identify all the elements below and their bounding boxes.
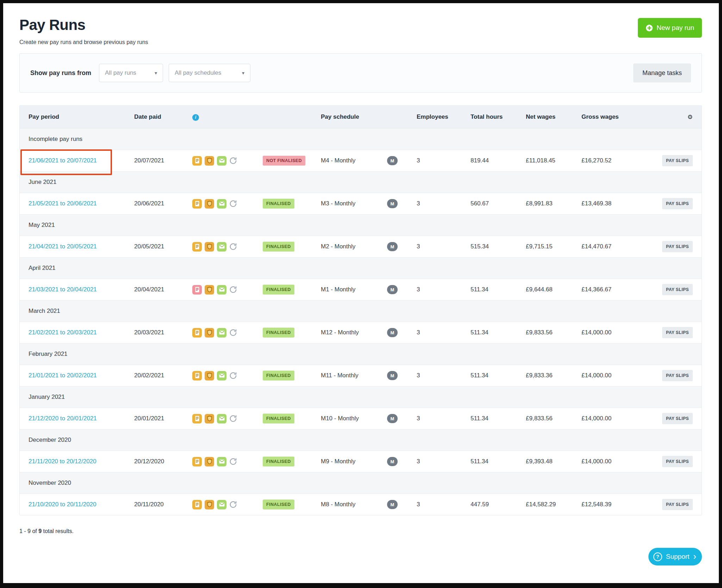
- pay-period-cell: 21/11/2020 to 20/12/2020: [29, 458, 134, 465]
- payslips-button[interactable]: PAY SLIPS: [662, 155, 693, 166]
- shield-icon[interactable]: [205, 242, 214, 252]
- email-icon[interactable]: [217, 457, 226, 466]
- results-summary: 1 - 9 of 9 total results.: [19, 528, 702, 534]
- shield-icon[interactable]: [205, 457, 214, 466]
- results-prefix: 1 - 9 of: [19, 528, 38, 534]
- payslip-icon[interactable]: [192, 414, 202, 423]
- rerun-icon[interactable]: [229, 501, 237, 508]
- pay-schedule-cell: M4 - Monthly: [321, 157, 387, 164]
- header-total-hours: Total hours: [471, 113, 526, 120]
- task-icons: [192, 457, 263, 466]
- payslip-icon[interactable]: [192, 242, 202, 252]
- status-badge: NOT FINALISED: [263, 156, 305, 166]
- gross-wages-cell: £14,000.00: [581, 372, 642, 379]
- payslip-icon[interactable]: [192, 328, 202, 338]
- payslip-icon[interactable]: [192, 156, 202, 166]
- pay-period-link[interactable]: 21/11/2020 to 20/12/2020: [29, 458, 97, 465]
- total-hours-cell: 560.67: [471, 200, 526, 207]
- schedule-badge: M: [387, 414, 398, 423]
- gear-icon[interactable]: ⚙: [687, 114, 693, 120]
- pay-period-link[interactable]: 21/12/2020 to 20/01/2021: [29, 415, 97, 422]
- rerun-icon[interactable]: [229, 286, 237, 293]
- payslips-button[interactable]: PAY SLIPS: [662, 327, 693, 338]
- task-icons: [192, 414, 263, 423]
- pay-schedules-filter-select[interactable]: All pay schedules ▾: [169, 64, 250, 82]
- rerun-icon[interactable]: [229, 243, 237, 250]
- email-icon[interactable]: [217, 371, 226, 380]
- payslip-icon[interactable]: [192, 285, 202, 295]
- payslips-cell: PAY SLIPS: [662, 241, 693, 252]
- manage-tasks-button[interactable]: Manage tasks: [633, 63, 691, 82]
- pay-period-link[interactable]: 21/01/2021 to 20/02/2021: [29, 372, 97, 379]
- task-icons: [192, 199, 263, 209]
- payslip-icon[interactable]: [192, 457, 202, 466]
- total-hours-cell: 511.34: [471, 372, 526, 379]
- schedule-badge-cell: M: [387, 242, 417, 251]
- payslips-button[interactable]: PAY SLIPS: [662, 413, 693, 424]
- status-badge: FINALISED: [263, 199, 294, 209]
- pay-period-link[interactable]: 21/04/2021 to 20/05/2021: [29, 243, 97, 250]
- support-button[interactable]: ? Support ›: [648, 548, 702, 565]
- employees-cell: 3: [417, 200, 471, 207]
- task-icons: [192, 500, 263, 509]
- email-icon[interactable]: [217, 285, 226, 295]
- net-wages-cell: £9,644.68: [526, 286, 581, 293]
- payslips-button[interactable]: PAY SLIPS: [662, 499, 693, 510]
- header-employees: Employees: [417, 113, 471, 120]
- rerun-icon[interactable]: [229, 458, 237, 465]
- pay-period-cell: 21/03/2021 to 20/04/2021: [29, 286, 134, 293]
- pay-period-link[interactable]: 21/05/2021 to 20/06/2021: [29, 200, 97, 207]
- payslip-icon[interactable]: [192, 199, 202, 209]
- pay-run-row: 21/01/2021 to 20/02/2021 20/02/2021 FINA…: [20, 365, 702, 386]
- pay-schedule-cell: M11 - Monthly: [321, 372, 387, 379]
- chevron-right-icon: ›: [693, 552, 696, 561]
- group-label: January 2021: [29, 394, 65, 401]
- date-paid-cell: 20/04/2021: [134, 286, 192, 293]
- shield-icon[interactable]: [205, 199, 214, 209]
- pay-runs-filter-select[interactable]: All pay runs ▾: [99, 64, 163, 82]
- pay-period-link[interactable]: 21/03/2021 to 20/04/2021: [29, 286, 97, 293]
- pay-period-link[interactable]: 21/10/2020 to 20/11/2020: [29, 501, 97, 508]
- date-paid-cell: 20/06/2021: [134, 200, 192, 207]
- new-pay-run-button[interactable]: New pay run: [638, 18, 702, 38]
- email-icon[interactable]: [217, 242, 226, 252]
- gross-wages-cell: £14,000.00: [581, 458, 642, 465]
- rerun-icon[interactable]: [229, 200, 237, 208]
- rerun-icon[interactable]: [229, 415, 237, 422]
- payslip-icon[interactable]: [192, 500, 202, 509]
- pay-period-link[interactable]: 21/06/2021 to 20/07/2021: [29, 157, 97, 164]
- payslip-icon[interactable]: [192, 371, 202, 380]
- email-icon[interactable]: [217, 199, 226, 209]
- status-cell: FINALISED: [263, 328, 321, 338]
- schedule-badge-cell: M: [387, 285, 417, 294]
- employees-cell: 3: [417, 329, 471, 336]
- payslips-button[interactable]: PAY SLIPS: [662, 198, 693, 209]
- info-icon[interactable]: i: [192, 114, 199, 121]
- rerun-icon[interactable]: [229, 372, 237, 379]
- gross-wages-cell: £14,000.00: [581, 415, 642, 422]
- rerun-icon[interactable]: [229, 157, 237, 165]
- shield-icon[interactable]: [205, 371, 214, 380]
- net-wages-cell: £9,833.36: [526, 372, 581, 379]
- group-label: November 2020: [29, 479, 71, 487]
- shield-icon[interactable]: [205, 414, 214, 423]
- email-icon[interactable]: [217, 500, 226, 509]
- payslips-button[interactable]: PAY SLIPS: [662, 241, 693, 252]
- email-icon[interactable]: [217, 156, 226, 166]
- pay-period-link[interactable]: 21/02/2021 to 20/03/2021: [29, 329, 97, 336]
- shield-icon[interactable]: [205, 500, 214, 509]
- total-hours-cell: 511.34: [471, 415, 526, 422]
- shield-icon[interactable]: [205, 156, 214, 166]
- shield-icon[interactable]: [205, 285, 214, 295]
- total-hours-cell: 819.44: [471, 157, 526, 164]
- schedule-badge: M: [387, 500, 398, 509]
- pay-run-row: 21/03/2021 to 20/04/2021 20/04/2021 FINA…: [20, 279, 702, 300]
- rerun-icon[interactable]: [229, 329, 237, 336]
- payslips-button[interactable]: PAY SLIPS: [662, 456, 693, 467]
- email-icon[interactable]: [217, 328, 226, 338]
- payslips-button[interactable]: PAY SLIPS: [662, 370, 693, 381]
- shield-icon[interactable]: [205, 328, 214, 338]
- total-hours-cell: 511.34: [471, 286, 526, 293]
- email-icon[interactable]: [217, 414, 226, 423]
- payslips-button[interactable]: PAY SLIPS: [662, 284, 693, 295]
